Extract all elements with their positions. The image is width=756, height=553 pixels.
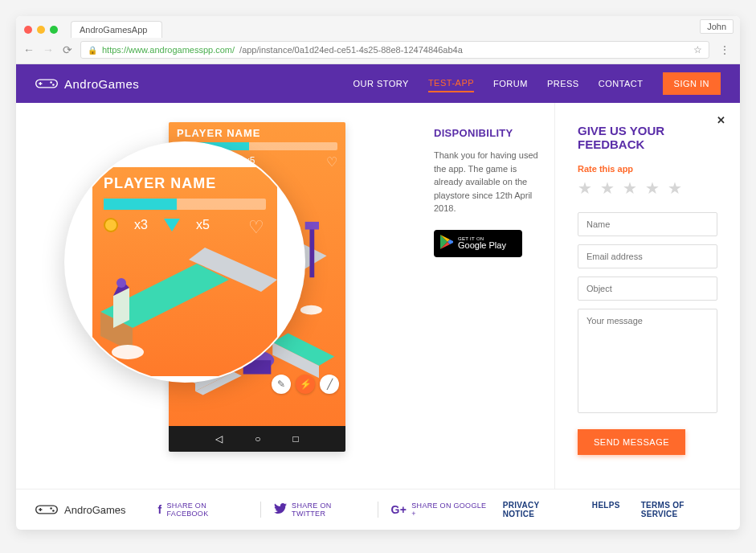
- forward-icon[interactable]: →: [42, 43, 55, 56]
- share-facebook[interactable]: fSHARE ON FACEBOOK: [145, 502, 261, 518]
- lock-icon: 🔒: [88, 46, 97, 55]
- nav-test-app[interactable]: TEST-APP: [428, 75, 474, 92]
- magnifier-overlay: PLAYER NAME x3 x5 ♡: [64, 141, 305, 383]
- close-window-icon[interactable]: [24, 26, 32, 34]
- mag-coin-icon: [104, 218, 118, 232]
- google-play-text: GET IT ON Google Play: [458, 236, 506, 250]
- gplay-big: Google Play: [458, 241, 506, 250]
- close-icon[interactable]: ✕: [717, 114, 725, 126]
- svg-point-6: [300, 305, 322, 315]
- footer-brand-text: AndroGames: [64, 504, 126, 516]
- svg-rect-16: [309, 227, 314, 278]
- twitter-icon: [274, 503, 287, 516]
- svg-point-43: [52, 510, 55, 512]
- disponibility-column: DISPONIBILITY Thank you for having used …: [418, 103, 554, 489]
- tool-brush-icon[interactable]: ╱: [320, 375, 339, 394]
- heart-icon: ♡: [326, 154, 337, 170]
- url-path: /app/instance/0a1d24ed-ce51-4s25-88e8-12…: [239, 45, 463, 55]
- disponibility-title: DISPONIBILITY: [434, 127, 546, 139]
- google-play-badge[interactable]: GET IT ON Google Play: [434, 230, 522, 257]
- message-textarea[interactable]: [578, 309, 717, 413]
- back-icon[interactable]: ←: [22, 43, 35, 56]
- footer-links: PRIVACY NOTICE HELPS TERMS OF SERVICE: [503, 501, 721, 518]
- browser-user-chip[interactable]: John: [700, 19, 734, 34]
- game-tool-row: ✎ ⚡ ╱: [272, 375, 339, 394]
- mag-progress-fill: [104, 199, 177, 210]
- share-twitter[interactable]: SHARE ON TWITTER: [260, 502, 378, 518]
- android-nav-bar: ◁ ○ □: [169, 426, 345, 452]
- star-4-icon[interactable]: ★: [645, 178, 660, 198]
- svg-point-34: [112, 345, 144, 359]
- svg-point-33: [116, 278, 126, 288]
- nav-forum[interactable]: FORUM: [493, 76, 528, 92]
- rate-label: Rate this app: [578, 164, 717, 174]
- brand[interactable]: AndroGames: [35, 76, 139, 92]
- google-play-icon: [440, 235, 453, 252]
- object-input[interactable]: [578, 276, 717, 301]
- star-2-icon[interactable]: ★: [600, 178, 615, 198]
- mag-heart-icon: ♡: [248, 217, 264, 238]
- feedback-panel: ✕ GIVE US YOUR FEEDBACK Rate this app ★ …: [554, 103, 740, 489]
- star-3-icon[interactable]: ★: [623, 178, 637, 198]
- maximize-window-icon[interactable]: [50, 26, 58, 34]
- facebook-icon: f: [158, 503, 162, 516]
- mag-gem-count: x5: [196, 218, 210, 232]
- footer-helps[interactable]: HELPS: [592, 501, 620, 518]
- tool-bolt-icon[interactable]: ⚡: [296, 375, 315, 394]
- magnified-game-hud: PLAYER NAME x3 x5 ♡: [92, 167, 277, 376]
- url-field[interactable]: 🔒 https://www.androgamesspp.com//app/ins…: [80, 41, 709, 59]
- tab-bar: AndroGamesApp John: [16, 16, 740, 38]
- footer-brand[interactable]: AndroGames: [35, 502, 126, 518]
- nav-press[interactable]: PRESS: [547, 76, 579, 92]
- rating-stars: ★ ★ ★ ★ ★: [578, 178, 717, 198]
- mag-gem-icon: [164, 219, 180, 231]
- bookmark-icon[interactable]: ☆: [693, 44, 702, 55]
- disponibility-text: Thank you for having used the app. The g…: [434, 149, 546, 215]
- site-footer: AndroGames fSHARE ON FACEBOOK SHARE ON T…: [16, 489, 740, 530]
- android-home-icon[interactable]: ○: [255, 433, 260, 444]
- android-recent-icon[interactable]: □: [293, 433, 299, 444]
- mag-player-name: PLAYER NAME: [92, 167, 277, 195]
- browser-chrome: AndroGamesApp John ← → ⟳ 🔒 https://www.a…: [16, 16, 740, 64]
- footer-tos[interactable]: TERMS OF SERVICE: [641, 501, 721, 518]
- email-input[interactable]: [578, 244, 717, 268]
- site-header: AndroGames OUR STORY TEST-APP FORUM PRES…: [16, 64, 740, 103]
- svg-point-42: [50, 507, 52, 510]
- svg-point-3: [50, 81, 52, 84]
- mag-coin-count: x3: [134, 218, 148, 232]
- android-back-icon[interactable]: ◁: [215, 433, 223, 444]
- star-1-icon[interactable]: ★: [578, 178, 592, 198]
- send-message-button[interactable]: SEND MESSAGE: [578, 429, 685, 455]
- nav-contact[interactable]: CONTACT: [599, 76, 644, 92]
- share-gp-label: SHARE ON GOOGLE +: [411, 502, 489, 518]
- reload-icon[interactable]: ⟳: [61, 43, 74, 56]
- share-tw-label: SHARE ON TWITTER: [292, 502, 365, 518]
- share-googleplus[interactable]: G+SHARE ON GOOGLE +: [378, 502, 503, 518]
- browser-tab[interactable]: AndroGamesApp: [71, 21, 162, 38]
- brand-text: AndroGames: [64, 77, 139, 91]
- googleplus-icon: G+: [391, 503, 407, 516]
- main-nav: OUR STORY TEST-APP FORUM PRESS CONTACT S…: [353, 72, 721, 95]
- player-name-label: PLAYER NAME: [169, 122, 345, 141]
- svg-rect-17: [305, 222, 319, 230]
- share-fb-label: SHARE ON FACEBOOK: [167, 502, 248, 518]
- social-share-group: fSHARE ON FACEBOOK SHARE ON TWITTER G+SH…: [145, 502, 503, 518]
- minimize-window-icon[interactable]: [37, 26, 45, 34]
- name-input[interactable]: [578, 212, 717, 236]
- tool-wand-icon[interactable]: ✎: [272, 375, 291, 394]
- footer-privacy[interactable]: PRIVACY NOTICE: [503, 501, 571, 518]
- svg-point-4: [52, 84, 55, 86]
- mag-progress-bar: [104, 199, 266, 210]
- main-content: PLAYER NAME x3 x5 ♡: [16, 103, 740, 489]
- brand-logo-icon: [35, 76, 58, 92]
- feedback-title: GIVE US YOUR FEEDBACK: [578, 124, 717, 151]
- url-secure: https://www.androgamesspp.com/: [102, 45, 235, 55]
- tab-title: AndroGamesApp: [80, 25, 147, 35]
- browser-window: AndroGamesApp John ← → ⟳ 🔒 https://www.a…: [16, 16, 740, 530]
- address-bar: ← → ⟳ 🔒 https://www.androgamesspp.com//a…: [16, 38, 740, 63]
- nav-our-story[interactable]: OUR STORY: [353, 76, 409, 92]
- star-5-icon[interactable]: ★: [668, 178, 682, 198]
- browser-menu-icon[interactable]: ⋮: [716, 43, 734, 56]
- window-controls: [22, 24, 64, 35]
- signin-button[interactable]: SIGN IN: [663, 72, 721, 95]
